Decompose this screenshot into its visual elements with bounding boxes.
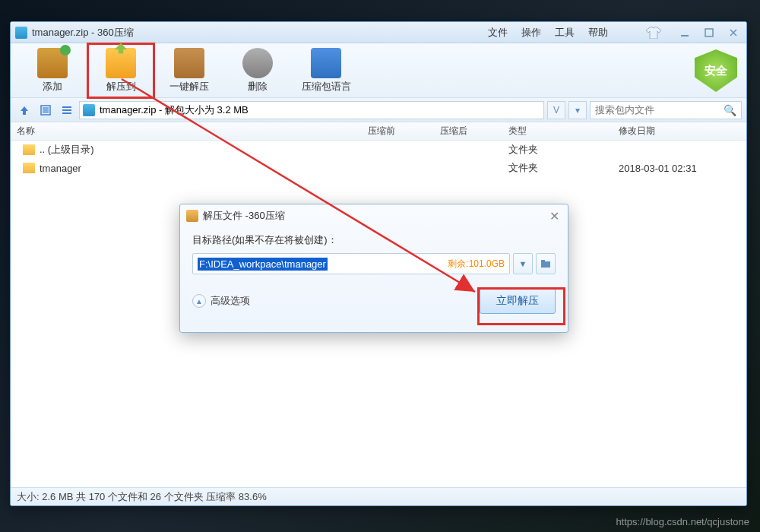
dialog-titlebar[interactable]: 解压文件 -360压缩 ✕ xyxy=(180,204,568,227)
window-title: tmanager.zip - 360压缩 xyxy=(32,26,488,40)
list-item[interactable]: .. (上级目录) 文件夹 xyxy=(11,141,746,159)
titlebar[interactable]: tmanager.zip - 360压缩 文件 操作 工具 帮助 xyxy=(11,22,746,43)
svg-rect-0 xyxy=(681,35,689,36)
dropdown-button[interactable]: ▾ xyxy=(568,101,587,119)
add-icon xyxy=(37,48,68,78)
menu-operate[interactable]: 操作 xyxy=(521,26,541,40)
menu-help[interactable]: 帮助 xyxy=(588,26,608,40)
menu-bar: 文件 操作 工具 帮助 xyxy=(488,26,608,40)
view-list-button[interactable] xyxy=(58,101,76,119)
column-headers: 名称 压缩前 压缩后 类型 修改日期 xyxy=(11,122,746,141)
dialog-icon xyxy=(186,210,198,222)
remain-label: 剩余:101.0GB xyxy=(448,258,505,271)
status-bar: 大小: 2.6 MB 共 170 个文件和 26 个文件夹 压缩率 83.6% xyxy=(11,487,746,505)
watermark: https://blog.csdn.net/qcjustone xyxy=(616,516,749,527)
window-controls xyxy=(676,26,742,40)
svg-rect-8 xyxy=(541,260,545,262)
col-after[interactable]: 压缩后 xyxy=(440,125,508,138)
minimize-button[interactable] xyxy=(676,26,693,40)
svg-rect-3 xyxy=(43,107,49,113)
menu-file[interactable]: 文件 xyxy=(488,26,508,40)
language-icon xyxy=(311,48,341,78)
app-icon xyxy=(15,27,27,39)
delete-icon xyxy=(242,48,273,78)
up-button[interactable] xyxy=(15,101,33,119)
language-button[interactable]: 压缩包语言 xyxy=(292,48,360,93)
delete-button[interactable]: 删除 xyxy=(223,48,292,93)
safety-badge[interactable]: 安全 xyxy=(695,49,737,92)
col-date[interactable]: 修改日期 xyxy=(619,125,746,138)
onekey-extract-button[interactable]: 一键解压 xyxy=(155,48,223,93)
path-display[interactable]: tmanager.zip - 解包大小为 3.2 MB xyxy=(79,101,544,119)
svg-rect-4 xyxy=(62,106,71,108)
search-box[interactable]: 🔍 xyxy=(590,101,742,119)
toolbar: 添加 解压到 一键解压 删除 压缩包语言 安全 xyxy=(11,43,746,98)
svg-rect-7 xyxy=(541,261,550,268)
theme-icon[interactable] xyxy=(646,27,661,39)
col-type[interactable]: 类型 xyxy=(508,125,619,138)
maximize-button[interactable] xyxy=(701,26,717,40)
extract-to-button[interactable]: 解压到 xyxy=(87,43,155,99)
path-input[interactable]: F:\IDEA_workpace\tmanager 剩余:101.0GB xyxy=(192,253,510,274)
v-button[interactable]: V xyxy=(547,101,565,119)
extract-now-button[interactable]: 立即解压 xyxy=(480,288,556,314)
archive-icon xyxy=(83,104,95,116)
navigation-bar: tmanager.zip - 解包大小为 3.2 MB V ▾ 🔍 xyxy=(11,98,746,122)
dialog-body: 目标路径(如果不存在将被创建)： F:\IDEA_workpace\tmanag… xyxy=(180,227,568,320)
folder-icon xyxy=(23,163,35,173)
advanced-options-button[interactable]: ▲ 高级选项 xyxy=(192,294,250,308)
svg-rect-6 xyxy=(62,112,71,114)
col-name[interactable]: 名称 xyxy=(11,125,368,138)
list-item[interactable]: tmanager 文件夹 2018-03-01 02:31 xyxy=(11,159,746,177)
svg-rect-1 xyxy=(705,29,713,36)
extract-dialog: 解压文件 -360压缩 ✕ 目标路径(如果不存在将被创建)： F:\IDEA_w… xyxy=(179,204,568,333)
add-button[interactable]: 添加 xyxy=(18,48,87,93)
extract-icon xyxy=(106,48,136,78)
dialog-close-button[interactable]: ✕ xyxy=(546,208,562,223)
search-input[interactable] xyxy=(595,104,724,116)
col-before[interactable]: 压缩前 xyxy=(368,125,440,138)
svg-rect-5 xyxy=(62,109,71,111)
menu-tool[interactable]: 工具 xyxy=(555,26,575,40)
path-label: 目标路径(如果不存在将被创建)： xyxy=(192,233,556,247)
search-icon[interactable]: 🔍 xyxy=(724,104,736,116)
view-icons-button[interactable] xyxy=(36,101,55,119)
folder-icon xyxy=(23,144,35,155)
close-button[interactable] xyxy=(725,26,742,40)
browse-button[interactable] xyxy=(536,253,556,274)
chevron-up-icon: ▲ xyxy=(192,294,206,308)
path-dropdown-button[interactable]: ▼ xyxy=(513,253,533,274)
onekey-icon xyxy=(174,48,204,78)
